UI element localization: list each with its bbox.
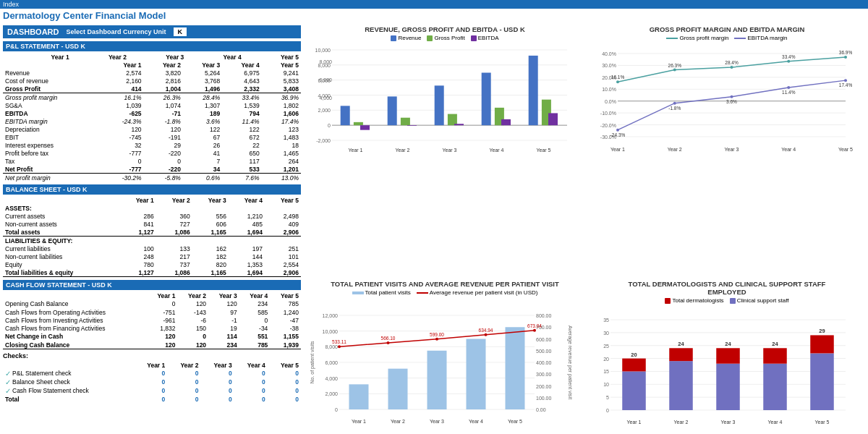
revenue-legend: Revenue Gross Profit EBITDA <box>307 35 583 41</box>
svg-text:2,000: 2,000 <box>325 391 338 396</box>
svg-point-118 <box>533 329 536 332</box>
svg-text:4,000: 4,000 <box>319 95 332 101</box>
svg-rect-154 <box>763 348 787 363</box>
derm-legend: Total dermatologists Clinical support st… <box>589 297 865 304</box>
revenue-chart: REVENUE, GROSS PROFIT AND EBITDA - USD K… <box>307 25 583 277</box>
svg-text:Year 1: Year 1 <box>352 419 366 424</box>
svg-text:-24.3%: -24.3% <box>610 132 626 137</box>
svg-text:33.4%: 33.4% <box>782 54 796 59</box>
table-row: SG&A1,0391,0741,3071,5391,802 <box>3 101 301 109</box>
table-row: LIABILITIES & EQUITY: <box>3 237 301 245</box>
patient-chart-title: TOTAL PATIENT VISITS AND AVERAGE REVENUE… <box>307 280 583 288</box>
table-row: Profit before tax-777-220416501,465 <box>3 149 301 157</box>
cashflow-header: CASH FLOW STATEMENT - USD K <box>3 280 301 290</box>
svg-text:3.6%: 3.6% <box>726 99 737 104</box>
check-icon: ✓ <box>5 378 11 386</box>
svg-text:0.0%: 0.0% <box>605 99 616 104</box>
table-row: Tax007117264 <box>3 157 301 165</box>
svg-text:0.00: 0.00 <box>536 407 546 412</box>
pl-table: Year 1 Year 2 Year 3 Year 4 Year 5 <box>3 53 301 61</box>
svg-text:Year 5: Year 5 <box>838 147 853 152</box>
svg-text:28.4%: 28.4% <box>725 60 739 65</box>
svg-point-73 <box>844 79 847 82</box>
svg-text:16.1%: 16.1% <box>611 75 625 80</box>
svg-rect-20 <box>360 125 370 130</box>
svg-text:-10.0%: -10.0% <box>600 111 616 116</box>
page-title: Dermatology Center Financial Model <box>3 10 865 21</box>
svg-rect-145 <box>669 361 693 410</box>
svg-rect-34 <box>529 56 538 125</box>
svg-rect-157 <box>810 353 834 410</box>
patient-legend: Total patient visits Average revenue per… <box>307 289 583 296</box>
svg-text:500.00: 500.00 <box>536 349 552 354</box>
revenue-chart-title: REVENUE, GROSS PROFIT AND EBITDA - USD K <box>307 25 583 33</box>
svg-rect-26 <box>435 85 444 125</box>
table-row: Net Profit-777-220345331,201 <box>3 165 301 174</box>
svg-text:15: 15 <box>603 369 609 374</box>
svg-rect-153 <box>763 364 787 410</box>
table: Year 1Year 2Year 3Year 4Year 5Revenue2,5… <box>3 61 301 182</box>
check-row: ✓Cash Flow Statement check00000 <box>3 386 301 395</box>
check-icon: ✓ <box>5 387 11 395</box>
svg-text:533.11: 533.11 <box>332 339 346 344</box>
svg-text:Year 5: Year 5 <box>508 419 522 424</box>
table-row: Gross Profit4141,0041,4962,3323,408 <box>3 85 301 93</box>
svg-text:20: 20 <box>631 352 637 358</box>
revenue-svg: -2,00002,0004,0006,0008,00010,0008,0006,… <box>307 43 574 155</box>
table-row: Gross profit margin16.1%26.3%28.4%33.4%3… <box>3 93 301 102</box>
svg-text:Average revenue per patient vi: Average revenue per patient visit <box>567 326 573 399</box>
svg-point-65 <box>616 129 619 132</box>
table-row: Opening Cash Balance0120120234785 <box>3 299 301 307</box>
checks-table: Year 1Year 2Year 3Year 4Year 5✓P&L State… <box>3 361 301 403</box>
pl-header: P&L STATEMENT - USD K <box>3 41 301 51</box>
check-row: ✓Balance Sheet check00000 <box>3 378 301 386</box>
svg-text:40.0%: 40.0% <box>602 51 616 56</box>
svg-text:400.00: 400.00 <box>536 360 552 365</box>
table-row: EBIT-745-191676721,483 <box>3 133 301 141</box>
checks-section: Checks: Year 1Year 2Year 3Year 4Year 5✓P… <box>3 352 301 403</box>
check-row: ✓P&L Statement check00000 <box>3 369 301 378</box>
svg-text:300.00: 300.00 <box>536 372 552 377</box>
svg-rect-30 <box>482 73 491 126</box>
svg-text:0: 0 <box>606 408 609 413</box>
svg-rect-28 <box>454 124 464 125</box>
svg-rect-106 <box>388 369 408 409</box>
balance-header: BALANCE SHEET - USD K <box>3 184 301 195</box>
svg-text:Year 3: Year 3 <box>721 420 736 425</box>
svg-text:0: 0 <box>328 123 331 128</box>
table-row: Current liabilities100133162197251 <box>3 244 301 252</box>
svg-rect-108 <box>467 339 486 410</box>
svg-rect-22 <box>388 96 397 125</box>
svg-text:8,000: 8,000 <box>319 59 332 64</box>
table-row: Non-current liabilities248217182144101 <box>3 252 301 260</box>
svg-rect-109 <box>506 327 525 409</box>
svg-text:2,000: 2,000 <box>318 108 331 113</box>
svg-text:566.10: 566.10 <box>381 336 396 341</box>
svg-text:Year 3: Year 3 <box>725 147 739 152</box>
svg-point-112 <box>387 341 390 344</box>
svg-text:30.0%: 30.0% <box>602 63 616 68</box>
svg-point-69 <box>731 95 733 98</box>
svg-rect-24 <box>407 125 417 126</box>
svg-text:Year 3: Year 3 <box>443 148 457 153</box>
svg-text:-2,000: -2,000 <box>316 138 331 143</box>
table-row: Total assets1,1271,0861,1651,6942,906 <box>3 228 301 237</box>
table-row: Closing Cash Balance1201202347851,939 <box>3 341 301 349</box>
table: Year 1Year 2Year 3Year 4Year 5ASSETS:Cur… <box>3 196 301 277</box>
svg-text:29: 29 <box>819 328 825 334</box>
svg-text:Year 2: Year 2 <box>396 148 410 153</box>
svg-text:0: 0 <box>335 407 338 412</box>
table: Year 1Year 2Year 3Year 4Year 5Opening Ca… <box>3 292 301 349</box>
svg-text:17.4%: 17.4% <box>839 82 853 88</box>
svg-text:600.00: 600.00 <box>536 337 552 342</box>
patient-chart: TOTAL PATIENT VISITS AND AVERAGE REVENUE… <box>307 280 583 434</box>
svg-rect-105 <box>349 384 369 409</box>
title-bar: Dermatology Center Financial Model <box>0 9 868 22</box>
svg-text:599.00: 599.00 <box>430 332 444 337</box>
svg-point-59 <box>731 66 733 69</box>
table-row: Cost of revenue2,1602,8163,7684,6435,833 <box>3 77 301 85</box>
svg-point-114 <box>435 338 438 341</box>
table-row: Equity7807378201,3532,554 <box>3 260 301 268</box>
svg-text:26.3%: 26.3% <box>668 63 682 68</box>
table-row: EBITDA margin-24.3%-1.8%3.6%11.4%17.4% <box>3 117 301 125</box>
